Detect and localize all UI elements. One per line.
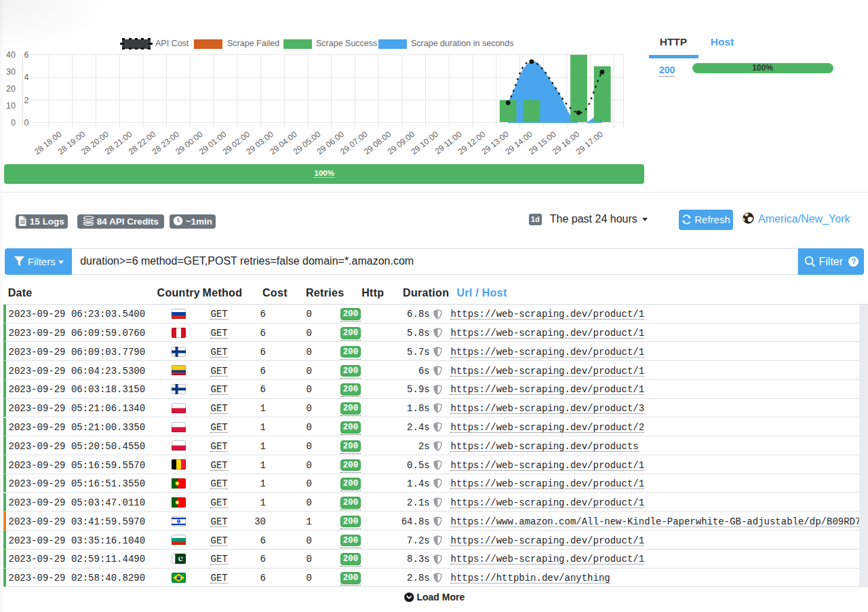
svg-text:10: 10 [6, 101, 16, 111]
svg-text:0: 0 [24, 118, 29, 128]
svg-text:6: 6 [24, 50, 29, 60]
svg-text:2: 2 [24, 96, 29, 105]
svg-text:0: 0 [11, 118, 16, 128]
svg-text:30: 30 [6, 67, 16, 77]
svg-text:40: 40 [6, 50, 16, 60]
svg-text:4: 4 [24, 73, 29, 82]
svg-text:20: 20 [6, 84, 16, 94]
svg-text:29 17:00: 29 17:00 [574, 130, 605, 157]
